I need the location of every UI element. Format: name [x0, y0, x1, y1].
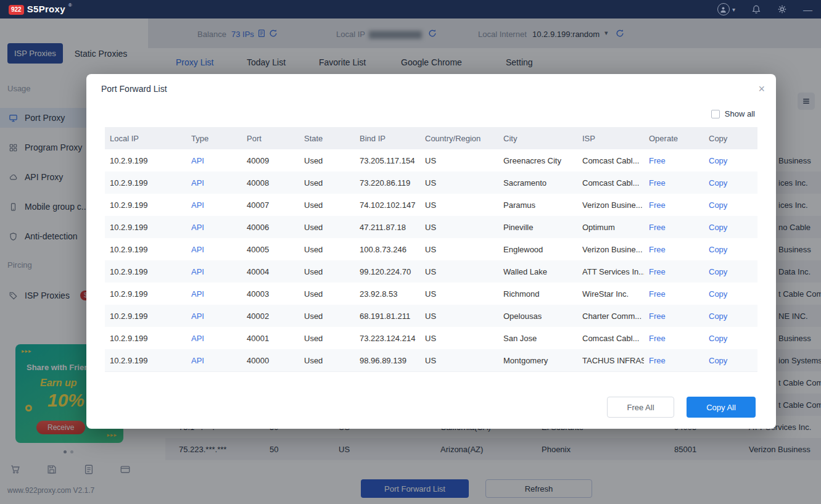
port-forward-table: Local IP Type Port State Bind IP Country…	[105, 127, 757, 372]
cell-state: Used	[299, 334, 355, 343]
free-link[interactable]: Free	[644, 156, 704, 165]
cell-country: US	[420, 334, 498, 343]
cell-bind-ip: 74.102.102.147	[355, 200, 420, 210]
cell-isp: Comcast Cabl...	[577, 178, 644, 188]
copy-link[interactable]: Copy	[704, 356, 757, 365]
user-avatar[interactable]: ▾	[717, 3, 735, 15]
table-row: 10.2.9.199 API 40006 Used 47.211.87.18 U…	[105, 216, 757, 238]
table-row: 10.2.9.199 API 40005 Used 100.8.73.246 U…	[105, 238, 757, 260]
logo-badge: 922	[9, 5, 24, 15]
cell-bind-ip: 68.191.81.211	[355, 312, 420, 321]
copy-link[interactable]: Copy	[704, 178, 757, 188]
cell-state: Used	[299, 312, 355, 321]
table-row: 10.2.9.199 API 40001 Used 73.223.124.214…	[105, 327, 757, 349]
cell-country: US	[420, 156, 498, 165]
cell-country: US	[420, 356, 498, 365]
port-forward-modal: Port Forward List × Show all Local IP Ty…	[86, 74, 776, 429]
cell-country: US	[420, 178, 498, 188]
cell-bind-ip: 98.96.89.139	[355, 356, 420, 365]
cell-city: San Jose	[498, 334, 577, 343]
cell-bind-ip: 47.211.87.18	[355, 223, 420, 232]
type-api-link[interactable]: API	[186, 223, 242, 232]
cell-bind-ip: 23.92.8.53	[355, 289, 420, 299]
cell-local-ip: 10.2.9.199	[105, 156, 186, 165]
cell-port: 40002	[242, 312, 299, 321]
cell-bind-ip: 99.120.224.70	[355, 267, 420, 276]
table-row: 10.2.9.199 API 40002 Used 68.191.81.211 …	[105, 305, 757, 327]
cell-local-ip: 10.2.9.199	[105, 289, 186, 299]
cell-port: 40004	[242, 267, 299, 276]
cell-city: Sacramento	[498, 178, 577, 188]
cell-local-ip: 10.2.9.199	[105, 267, 186, 276]
cell-isp: Comcast Cabl...	[577, 334, 644, 343]
copy-link[interactable]: Copy	[704, 289, 757, 299]
copy-link[interactable]: Copy	[704, 245, 757, 254]
minimize-icon[interactable]: —	[803, 5, 812, 14]
column-header-local-ip: Local IP	[105, 134, 186, 143]
table-row: 10.2.9.199 API 40003 Used 23.92.8.53 US …	[105, 283, 757, 305]
table-body: 10.2.9.199 API 40009 Used 73.205.117.154…	[105, 149, 757, 372]
user-avatar-icon	[717, 3, 730, 15]
type-api-link[interactable]: API	[186, 178, 242, 188]
type-api-link[interactable]: API	[186, 334, 242, 343]
type-api-link[interactable]: API	[186, 245, 242, 254]
cell-city: Englewood	[498, 245, 577, 254]
type-api-link[interactable]: API	[186, 312, 242, 321]
cell-country: US	[420, 267, 498, 276]
caret-down-icon: ▾	[732, 6, 735, 13]
free-link[interactable]: Free	[644, 223, 704, 232]
table-row: 10.2.9.199 API 40007 Used 74.102.102.147…	[105, 194, 757, 216]
type-api-link[interactable]: API	[186, 267, 242, 276]
logo-text: S5Proxy	[27, 4, 65, 14]
cell-bind-ip: 73.220.86.119	[355, 178, 420, 188]
show-all-checkbox[interactable]	[711, 110, 720, 118]
close-icon[interactable]: ×	[758, 83, 765, 94]
cell-local-ip: 10.2.9.199	[105, 334, 186, 343]
copy-link[interactable]: Copy	[704, 156, 757, 165]
modal-title: Port Forward List	[101, 84, 167, 94]
cell-port: 40001	[242, 334, 299, 343]
copy-link[interactable]: Copy	[704, 334, 757, 343]
copy-all-button[interactable]: Copy All	[687, 397, 756, 418]
cell-local-ip: 10.2.9.199	[105, 245, 186, 254]
type-api-link[interactable]: API	[186, 156, 242, 165]
free-all-button[interactable]: Free All	[607, 397, 674, 418]
bell-icon[interactable]	[751, 4, 761, 14]
cell-port: 40009	[242, 156, 299, 165]
cell-state: Used	[299, 156, 355, 165]
cell-city: Montgomery	[498, 356, 577, 365]
copy-link[interactable]: Copy	[704, 223, 757, 232]
free-link[interactable]: Free	[644, 267, 704, 276]
free-link[interactable]: Free	[644, 312, 704, 321]
free-link[interactable]: Free	[644, 289, 704, 299]
free-link[interactable]: Free	[644, 178, 704, 188]
show-all-label[interactable]: Show all	[725, 109, 755, 118]
cell-city: Greenacres City	[498, 156, 577, 165]
cell-state: Used	[299, 178, 355, 188]
cell-state: Used	[299, 223, 355, 232]
free-link[interactable]: Free	[644, 356, 704, 365]
type-api-link[interactable]: API	[186, 200, 242, 210]
free-link[interactable]: Free	[644, 334, 704, 343]
copy-link[interactable]: Copy	[704, 312, 757, 321]
copy-link[interactable]: Copy	[704, 267, 757, 276]
modal-header: Port Forward List ×	[86, 74, 776, 94]
cell-country: US	[420, 312, 498, 321]
cell-state: Used	[299, 289, 355, 299]
table-header: Local IP Type Port State Bind IP Country…	[105, 127, 757, 149]
cell-local-ip: 10.2.9.199	[105, 178, 186, 188]
cell-local-ip: 10.2.9.199	[105, 200, 186, 210]
gear-icon[interactable]	[777, 4, 787, 14]
cell-city: Walled Lake	[498, 267, 577, 276]
copy-link[interactable]: Copy	[704, 200, 757, 210]
type-api-link[interactable]: API	[186, 289, 242, 299]
free-link[interactable]: Free	[644, 245, 704, 254]
column-header-city: City	[498, 134, 577, 143]
type-api-link[interactable]: API	[186, 356, 242, 365]
cell-state: Used	[299, 245, 355, 254]
free-link[interactable]: Free	[644, 200, 704, 210]
table-row: 10.2.9.199 API 40000 Used 98.96.89.139 U…	[105, 349, 757, 371]
column-header-type: Type	[186, 134, 242, 143]
cell-state: Used	[299, 356, 355, 365]
cell-local-ip: 10.2.9.199	[105, 223, 186, 232]
